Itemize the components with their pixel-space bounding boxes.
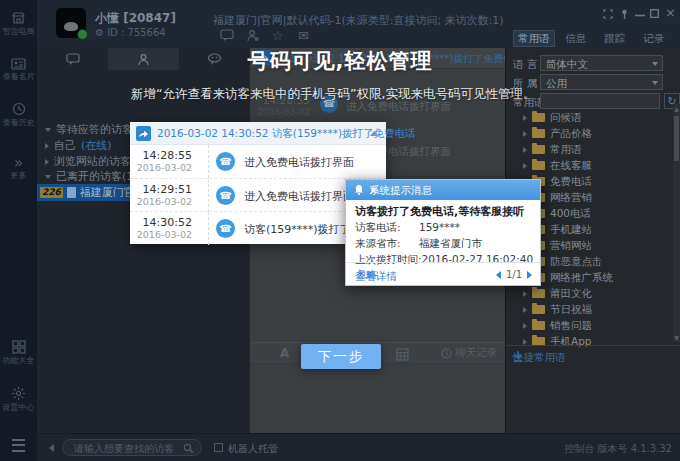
expand-arrow-icon[interactable] (523, 339, 527, 345)
download-icon[interactable] (513, 351, 669, 362)
maximize-icon[interactable] (650, 9, 659, 18)
clock-icon (0, 102, 37, 116)
overlay-headline: 号码可见,轻松管理 (110, 47, 570, 75)
call-forward-icon (136, 126, 151, 141)
close-icon[interactable]: × (665, 7, 676, 18)
visitor-group-self[interactable]: 自己(在线) (45, 138, 112, 153)
timeline-divider (208, 212, 209, 245)
chevron-down-icon (652, 81, 658, 85)
sidebar-item-history[interactable]: 查看历史 (0, 102, 37, 128)
collapse-arrow-icon[interactable] (45, 128, 51, 132)
grid-icon (0, 340, 37, 354)
user-name: 小懂 [20847] (95, 10, 176, 27)
star-icon[interactable]: ☆ (272, 29, 284, 43)
robot-label: 机器人托管 (228, 442, 278, 456)
expand-arrow-icon[interactable] (523, 323, 527, 329)
folder-item[interactable]: 产品价格 (506, 126, 671, 141)
search-icon[interactable] (183, 443, 194, 454)
folder-icon (532, 321, 545, 330)
next-page-icon[interactable] (527, 271, 532, 279)
phrase-search-input[interactable] (540, 93, 660, 109)
call-log-header[interactable]: 2016-03-02 14:30:52 访客(159****)拨打了免费电话 (130, 122, 386, 145)
tab-records[interactable]: 记录 (639, 31, 668, 46)
folder-item[interactable]: 常用语 (506, 142, 671, 157)
chat-input-area[interactable] (250, 364, 505, 433)
phone-icon: ☎ (216, 219, 235, 238)
minimize-icon[interactable] (635, 14, 645, 17)
gear-icon (0, 386, 37, 401)
card-icon (0, 58, 37, 70)
scrollbar-thumb[interactable] (674, 116, 679, 161)
timeline-divider (208, 145, 209, 178)
sidebar-item-more[interactable]: » 更多 (0, 155, 37, 181)
sidebar-item-label: 更多 (0, 171, 37, 181)
overlay-subtext: 新增“允许查看来访客来电中的手机号码”权限,实现来电号码可见性管理。 (131, 86, 535, 103)
chat-bubble-icon[interactable] (220, 29, 234, 42)
next-step-button[interactable]: 下一步 (301, 344, 381, 369)
popup-header[interactable]: 系统提示消息 × (346, 180, 540, 200)
visitor-search[interactable] (62, 439, 202, 456)
phone-icon: ☎ (216, 186, 235, 205)
folder-icon (532, 145, 545, 154)
pin-icon[interactable] (620, 9, 629, 20)
scroll-down-icon[interactable]: ▼ (673, 334, 680, 341)
titlebar: 小懂 [20847] ⚙ ID : 755664 ☆ ✉ 福建厦门|官网|默认代… (37, 0, 680, 49)
expand-arrow-icon[interactable] (523, 115, 527, 121)
invite-person-icon[interactable] (246, 29, 260, 42)
gear-small-icon[interactable]: ⚙ (95, 27, 104, 38)
visitor-group-left[interactable]: 已离开的访客(1) (45, 169, 138, 184)
sidebar-item-features[interactable]: 功能大全 (0, 340, 37, 366)
expand-arrow-icon[interactable] (523, 131, 527, 137)
folder-icon (532, 289, 545, 298)
tab-info[interactable]: 信息 (561, 31, 590, 46)
font-button[interactable]: A (280, 346, 289, 360)
online-status-dot (77, 29, 88, 40)
sidebar-item-eshop[interactable]: 智营电商 (0, 11, 37, 37)
expand-arrow-icon[interactable] (523, 307, 527, 313)
collapse-up-icon[interactable] (370, 131, 378, 136)
calculator-button[interactable] (396, 346, 409, 361)
mail-icon[interactable]: ✉ (298, 29, 309, 43)
folder-item[interactable]: 销售问题 (506, 318, 671, 333)
belong-select[interactable]: 公用 (540, 74, 663, 90)
collapse-left-icon[interactable] (49, 444, 54, 452)
quick-phrases-bar[interactable]: 快捷常用语 (506, 345, 680, 368)
user-id: ⚙ ID : 755664 (95, 27, 166, 38)
scroll-up-icon[interactable]: ▲ (673, 105, 680, 112)
tab-chat-bubble[interactable] (37, 48, 108, 70)
sidebar-item-label: 智营电商 (0, 27, 37, 37)
expand-arrow-icon[interactable] (45, 159, 49, 165)
tab-track[interactable]: 跟踪 (600, 31, 629, 46)
chat-history-button[interactable]: 聊天记录 (441, 346, 497, 360)
visitor-search-input[interactable] (72, 441, 181, 456)
popup-footer: 忽略 1/1 (346, 262, 540, 285)
folder-item[interactable]: 在线客服 (506, 158, 671, 173)
timeline-divider (208, 179, 209, 212)
bell-icon (353, 184, 365, 196)
tab-common-phrases[interactable]: 常用语 (513, 30, 555, 47)
ignore-link[interactable]: 忽略 (356, 268, 377, 282)
expand-arrow-icon[interactable] (523, 291, 527, 297)
robot-checkbox[interactable] (214, 443, 223, 452)
sidebar-item-settings[interactable]: 设置中心 (0, 386, 37, 413)
expand-arrow-icon[interactable] (523, 147, 527, 153)
folder-item[interactable]: 问候语 (506, 110, 671, 125)
system-notice-popup: 系统提示消息 × 访客拨打了免费电话,等待客服接听 访客电话:159**** 来… (345, 179, 541, 286)
scrollbar[interactable]: ▲ ▼ (673, 104, 680, 342)
expand-arrow-icon[interactable] (45, 143, 49, 149)
close-icon[interactable]: × (369, 184, 534, 196)
call-log-row[interactable]: 14:28:55 2016-03-02 ☎ 进入免费电话拨打界面 (130, 145, 386, 178)
fullscreen-icon[interactable] (603, 9, 613, 19)
folder-item[interactable]: 莆田文化 (506, 286, 671, 301)
status-bar: 机器人托管 控制台 版本号 4.1.3.32 (37, 433, 680, 461)
prev-page-icon[interactable] (496, 271, 501, 279)
folder-item[interactable]: 节日祝福 (506, 302, 671, 317)
collapse-arrow-icon[interactable] (45, 175, 51, 179)
sidebar-item-card[interactable]: 查看名片 (0, 58, 37, 82)
menu-hamburger-icon[interactable] (12, 439, 25, 452)
expand-arrow-icon[interactable] (523, 163, 527, 169)
folder-icon (532, 129, 545, 138)
version-text: 控制台 版本号 4.1.3.32 (564, 442, 672, 456)
popup-field: 访客电话:159**** (355, 221, 535, 235)
sidebar-item-label: 查看名片 (0, 72, 37, 82)
